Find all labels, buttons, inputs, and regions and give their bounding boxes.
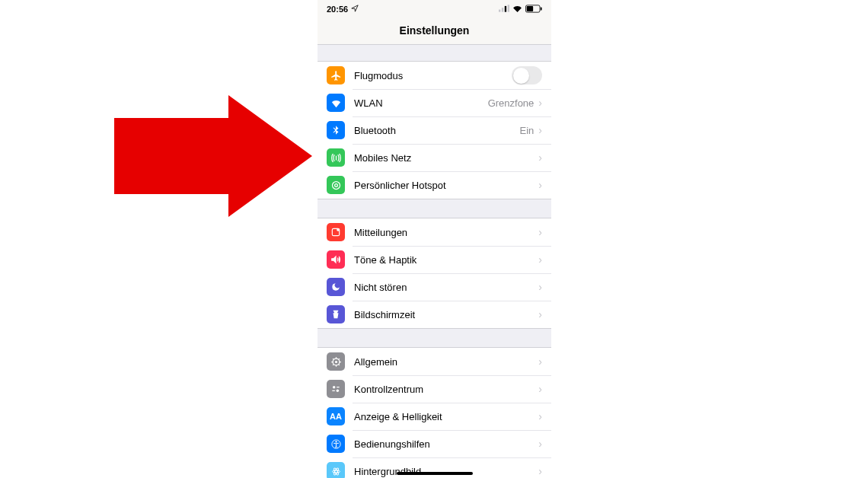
section-gap bbox=[318, 45, 551, 62]
notifications-icon bbox=[327, 223, 345, 241]
settings-group-notifications: Mitteilungen › Töne & Haptik › Nicht stö… bbox=[318, 218, 551, 328]
control-center-icon bbox=[327, 380, 345, 398]
airplane-toggle[interactable] bbox=[512, 66, 542, 84]
battery-icon bbox=[525, 5, 542, 14]
wallpaper-icon bbox=[327, 462, 345, 478]
hotspot-icon bbox=[327, 176, 345, 194]
bluetooth-icon bbox=[327, 121, 345, 139]
row-label: Allgemein bbox=[354, 356, 538, 368]
row-bluetooth[interactable]: Bluetooth Ein › bbox=[318, 116, 551, 144]
svg-rect-7 bbox=[541, 7, 542, 10]
row-airplane-mode[interactable]: Flugmodus bbox=[318, 62, 551, 89]
row-label: Nicht stören bbox=[354, 282, 538, 293]
chevron-right-icon: › bbox=[538, 254, 542, 265]
row-accessibility[interactable]: Bedienungshilfen › bbox=[318, 430, 551, 457]
airplane-icon bbox=[327, 66, 345, 84]
svg-point-17 bbox=[332, 470, 340, 473]
signal-icon bbox=[499, 5, 509, 14]
chevron-right-icon: › bbox=[538, 356, 542, 367]
location-icon bbox=[351, 5, 359, 14]
svg-rect-3 bbox=[505, 6, 506, 12]
row-personal-hotspot[interactable]: Persönlicher Hotspot › bbox=[318, 171, 551, 199]
row-label: Kontrollzentrum bbox=[354, 384, 538, 395]
svg-point-13 bbox=[337, 390, 340, 392]
row-label: Mobiles Netz bbox=[354, 152, 538, 164]
chevron-right-icon: › bbox=[538, 466, 542, 476]
svg-rect-6 bbox=[527, 6, 533, 11]
red-arrow-annotation bbox=[114, 95, 312, 220]
settings-group-general: Allgemein › Kontrollzentrum › AA Anzeige… bbox=[318, 348, 551, 478]
row-label: WLAN bbox=[354, 97, 488, 109]
sounds-icon bbox=[327, 250, 345, 269]
screentime-icon bbox=[327, 305, 345, 323]
row-label: Hintergrundbild bbox=[354, 466, 538, 477]
dnd-icon bbox=[327, 278, 345, 296]
row-control-center[interactable]: Kontrollzentrum › bbox=[318, 375, 551, 403]
chevron-right-icon: › bbox=[538, 411, 542, 422]
chevron-right-icon: › bbox=[538, 438, 542, 449]
svg-rect-1 bbox=[499, 10, 500, 12]
svg-point-12 bbox=[333, 386, 336, 389]
section-gap bbox=[318, 199, 551, 218]
chevron-right-icon: › bbox=[538, 309, 542, 320]
display-icon: AA bbox=[327, 407, 345, 425]
phone-frame: 20:56 bbox=[318, 0, 551, 478]
chevron-right-icon: › bbox=[538, 384, 542, 394]
wifi-icon bbox=[327, 94, 345, 112]
cellular-icon bbox=[327, 148, 345, 167]
row-label: Bildschirmzeit bbox=[354, 309, 538, 320]
row-screen-time[interactable]: Bildschirmzeit › bbox=[318, 301, 551, 328]
section-gap bbox=[318, 328, 551, 348]
wifi-status-icon bbox=[512, 5, 522, 14]
row-general[interactable]: Allgemein › bbox=[318, 348, 551, 375]
chevron-right-icon: › bbox=[538, 227, 542, 237]
status-bar: 20:56 bbox=[318, 0, 551, 18]
svg-marker-0 bbox=[114, 95, 312, 217]
svg-point-15 bbox=[335, 441, 337, 442]
status-time: 20:56 bbox=[327, 5, 348, 14]
row-notifications[interactable]: Mitteilungen › bbox=[318, 218, 551, 246]
row-mobile-data[interactable]: Mobiles Netz › bbox=[318, 144, 551, 171]
chevron-right-icon: › bbox=[538, 282, 542, 292]
row-value: Grenzfone bbox=[488, 97, 535, 109]
row-label: Mitteilungen bbox=[354, 227, 538, 238]
accessibility-icon bbox=[327, 435, 345, 453]
chevron-right-icon: › bbox=[538, 152, 542, 163]
row-value: Ein bbox=[520, 125, 535, 136]
svg-point-9 bbox=[337, 228, 340, 231]
chevron-right-icon: › bbox=[538, 97, 542, 108]
svg-rect-2 bbox=[502, 8, 503, 11]
svg-rect-4 bbox=[508, 5, 509, 11]
row-label: Flugmodus bbox=[354, 70, 512, 81]
chevron-right-icon: › bbox=[538, 125, 542, 135]
row-wlan[interactable]: WLAN Grenzfone › bbox=[318, 89, 551, 116]
row-display[interactable]: AA Anzeige & Helligkeit › bbox=[318, 403, 551, 430]
page-title: Einstellungen bbox=[318, 18, 551, 45]
row-label: Töne & Haptik bbox=[354, 254, 538, 266]
settings-group-connectivity: Flugmodus WLAN Grenzfone › Bluetooth Ein… bbox=[318, 62, 551, 199]
svg-point-11 bbox=[334, 360, 337, 362]
row-sounds[interactable]: Töne & Haptik › bbox=[318, 246, 551, 273]
row-dnd[interactable]: Nicht stören › bbox=[318, 273, 551, 301]
row-label: Persönlicher Hotspot bbox=[354, 180, 538, 191]
home-indicator[interactable] bbox=[397, 472, 473, 475]
chevron-right-icon: › bbox=[538, 180, 542, 190]
row-label: Anzeige & Helligkeit bbox=[354, 411, 538, 422]
row-label: Bluetooth bbox=[354, 125, 520, 136]
row-label: Bedienungshilfen bbox=[354, 438, 538, 450]
general-icon bbox=[327, 352, 345, 371]
